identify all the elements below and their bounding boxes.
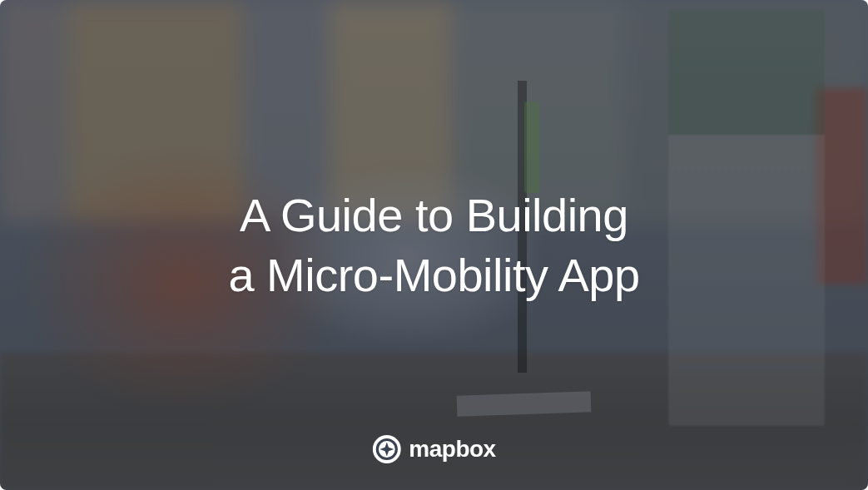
hero-content: A Guide to Building a Micro-Mobility App	[0, 0, 868, 490]
title-line-1: A Guide to Building	[240, 189, 628, 241]
hero-banner: A Guide to Building a Micro-Mobility App…	[0, 0, 868, 490]
title-line-2: a Micro-Mobility App	[228, 249, 639, 301]
hero-title: A Guide to Building a Micro-Mobility App	[228, 186, 639, 304]
brand-name: mapbox	[409, 436, 495, 463]
mapbox-logo-icon	[372, 435, 400, 463]
brand-logo: mapbox	[372, 435, 495, 463]
